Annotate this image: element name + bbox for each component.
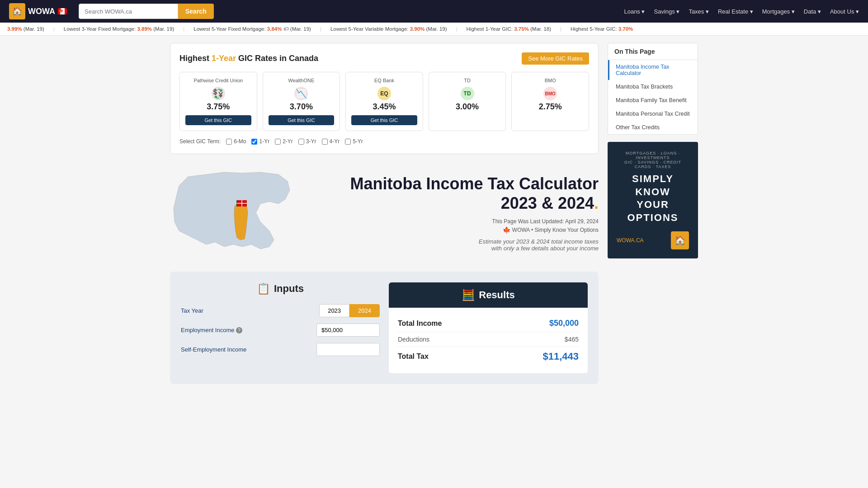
gic-rate-2: 3.45% <box>351 102 417 112</box>
nav-data[interactable]: Data ▾ <box>804 8 821 15</box>
tax-year-row: Tax Year 2023 2024 <box>181 304 380 317</box>
ad-house-icon: 🏠 <box>671 231 689 249</box>
nav-links: Loans ▾ Savings ▾ Taxes ▾ Real Estate ▾ … <box>624 8 859 15</box>
gic-term-label: Select GIC Term: <box>179 138 221 145</box>
employment-income-help-icon[interactable]: ? <box>236 327 242 333</box>
gic-card-3: TD TD 3.00% <box>429 72 506 131</box>
ad-headline: SIMPLYKNOWYOUROPTIONS <box>617 173 689 224</box>
hero-section: Manitoba Income Tax Calculator 2023 & 20… <box>170 163 599 263</box>
employment-income-input[interactable] <box>316 324 380 337</box>
nav-savings[interactable]: Savings ▾ <box>654 8 680 15</box>
on-this-page-item-4[interactable]: Other Tax Credits <box>608 121 698 134</box>
gic-btn-1[interactable]: Get this GIC <box>269 115 335 125</box>
ticker-item-3[interactable]: Lowest 5-Year Variable Mortgage: 3.90% (… <box>330 26 447 32</box>
on-this-page-item-1[interactable]: Manitoba Tax Brackets <box>608 80 698 94</box>
ticker-item-2[interactable]: Lowest 5-Year Fixed Mortgage: 3.84% 🏷 (M… <box>193 26 311 32</box>
nav-realestate[interactable]: Real Estate ▾ <box>718 8 753 15</box>
term-2yr[interactable]: 2-Yr <box>275 138 293 145</box>
gic-rate-3: 3.00% <box>434 102 500 112</box>
ticker-item-1[interactable]: Lowest 3-Year Fixed Mortgage: 3.89% (Mar… <box>64 26 174 32</box>
ticker-item-5[interactable]: Highest 5-Year GIC: 3.70% <box>571 26 633 32</box>
on-this-page-item-2[interactable]: Manitoba Family Tax Benefit <box>608 94 698 107</box>
employment-income-label: Employment Income ? <box>181 327 311 334</box>
gic-logo-1: 📉 <box>294 87 308 100</box>
on-this-page-item-3[interactable]: Manitoba Personal Tax Credit <box>608 107 698 121</box>
nav-taxes[interactable]: Taxes ▾ <box>689 8 709 15</box>
gic-logo-3: TD <box>461 87 474 100</box>
see-more-gic-button[interactable]: See More GIC Rates <box>522 52 589 65</box>
search-container: Search <box>79 4 214 19</box>
deductions-value: $465 <box>565 336 579 343</box>
term-5yr[interactable]: 5-Yr <box>345 138 363 145</box>
gic-rate-0: 3.75% <box>185 102 251 112</box>
ticker-item-4[interactable]: Highest 1-Year GIC: 3.75% (Mar. 18) <box>467 26 552 32</box>
gic-rate-1: 3.70% <box>269 102 335 112</box>
year-selector: 2023 2024 <box>319 304 380 317</box>
on-this-page-title: On This Page <box>608 43 698 60</box>
term-1yr[interactable]: 1-Yr <box>251 138 269 145</box>
search-button[interactable]: Search <box>178 4 214 19</box>
total-income-row: Total Income $50,000 <box>398 315 579 332</box>
deductions-label: Deductions <box>398 336 429 343</box>
gic-card-4: BMO BMO 2.75% <box>511 72 589 131</box>
gic-term-selector: Select GIC Term: 6-Mo 1-Yr 2-Yr 3-Yr 4-Y… <box>179 138 589 145</box>
inputs-header: 📋 Inputs <box>181 282 380 295</box>
nav-mortgages[interactable]: Mortgages ▾ <box>762 8 795 15</box>
deductions-row: Deductions $465 <box>398 332 579 347</box>
total-tax-row: Total Tax $11,443 <box>398 347 579 366</box>
nav-aboutus[interactable]: About Us ▾ <box>830 8 859 15</box>
on-this-page-list: Manitoba Income Tax Calculator Manitoba … <box>608 60 698 134</box>
nav-loans[interactable]: Loans ▾ <box>624 8 645 15</box>
gic-logo-0: 💱 <box>212 87 225 100</box>
gic-cards: Pathwise Credit Union 💱 3.75% Get this G… <box>179 72 589 131</box>
gic-widget: Highest 1-Year GIC Rates in Canada See M… <box>170 43 599 154</box>
self-employment-input[interactable] <box>316 343 380 356</box>
year-2023-btn[interactable]: 2023 <box>319 304 349 317</box>
gic-logo-2: EQ <box>377 87 391 100</box>
self-employment-label: Self-Employment Income <box>181 346 311 353</box>
total-income-label: Total Income <box>398 319 442 328</box>
sidebar: On This Page Manitoba Income Tax Calcula… <box>608 43 698 384</box>
gic-logo-4: BMO <box>543 87 557 100</box>
gic-card-name-2: EQ Bank <box>351 78 417 83</box>
gic-card-name-1: WealthONE <box>269 78 335 83</box>
main-layout: Highest 1-Year GIC Rates in Canada See M… <box>163 36 705 391</box>
results-body: Total Income $50,000 Deductions $465 Tot… <box>389 308 588 373</box>
gic-btn-0[interactable]: Get this GIC <box>185 115 251 125</box>
tax-year-label: Tax Year <box>181 307 314 314</box>
canada-map-svg <box>170 168 297 258</box>
total-tax-label: Total Tax <box>398 352 429 361</box>
term-3yr[interactable]: 3-Yr <box>298 138 316 145</box>
total-income-value: $50,000 <box>549 319 579 328</box>
search-input[interactable] <box>79 4 178 19</box>
hero-brand: 🍁 WOWA • Simply Know Your Options <box>306 226 599 234</box>
gic-card-1: WealthONE 📉 3.70% Get this GIC <box>263 72 340 131</box>
canada-flag-icon: 🍁 <box>58 8 67 14</box>
ad-widget: MORTGAGES · LOANS · INVESTMENTSGIC · SAV… <box>608 142 698 258</box>
self-employment-row: Self-Employment Income <box>181 343 380 356</box>
calc-inputs: 📋 Inputs Tax Year 2023 2024 <box>181 282 380 373</box>
calc-grid: 📋 Inputs Tax Year 2023 2024 <box>181 282 588 373</box>
ad-url: WOWA.CA <box>617 237 644 244</box>
employment-income-row: Employment Income ? <box>181 324 380 337</box>
gic-card-name-3: TD <box>434 78 500 83</box>
logo-text: WOWA <box>28 7 55 16</box>
gic-btn-2[interactable]: Get this GIC <box>351 115 417 125</box>
gic-rate-4: 2.75% <box>517 102 583 112</box>
term-4yr[interactable]: 4-Yr <box>322 138 340 145</box>
ticker-item-0: 3.99% (Mar. 19) <box>7 26 44 32</box>
term-6mo[interactable]: 6-Mo <box>226 138 246 145</box>
gic-card-0: Pathwise Credit Union 💱 3.75% Get this G… <box>179 72 257 131</box>
logo[interactable]: 🏠 WOWA 🍁 <box>9 3 67 19</box>
navbar: 🏠 WOWA 🍁 Search Loans ▾ Savings ▾ Taxes … <box>0 0 868 23</box>
on-this-page-item-0[interactable]: Manitoba Income Tax Calculator <box>608 60 698 80</box>
canada-map <box>170 168 297 258</box>
year-2024-btn[interactable]: 2024 <box>349 304 380 317</box>
content-area: Highest 1-Year GIC Rates in Canada See M… <box>170 43 599 384</box>
hero-description: Estimate your 2023 & 2024 total income t… <box>306 238 599 252</box>
calculator-section: 📋 Inputs Tax Year 2023 2024 <box>170 272 599 384</box>
hero-text: Manitoba Income Tax Calculator 2023 & 20… <box>306 174 599 252</box>
calc-results: 🧮 Results Total Income $50,000 Deduction… <box>389 282 588 373</box>
gic-card-2: EQ Bank EQ 3.45% Get this GIC <box>345 72 423 131</box>
total-tax-value: $11,443 <box>542 351 579 362</box>
